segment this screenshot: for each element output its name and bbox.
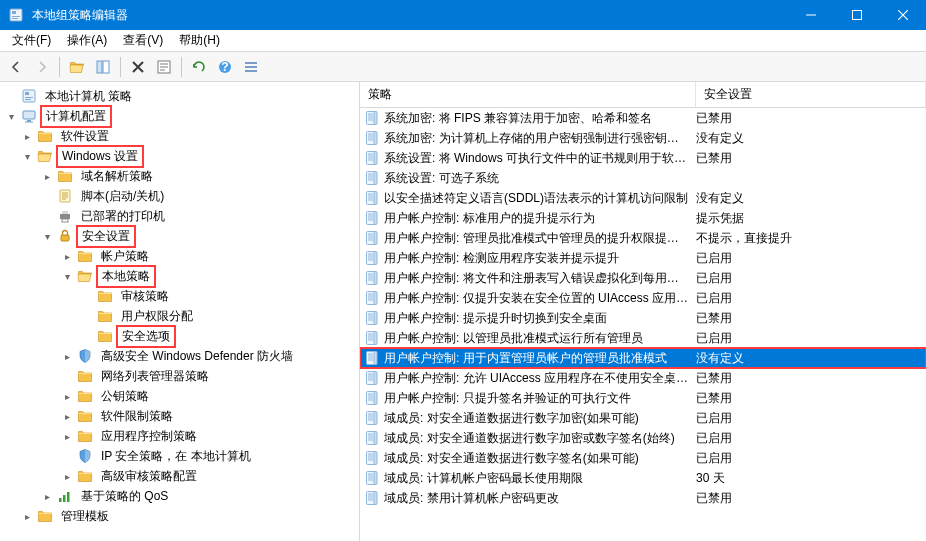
policy-row[interactable]: 用户帐户控制: 将文件和注册表写入错误虚拟化到每用户位置已启用 bbox=[360, 268, 926, 288]
tree-app-control[interactable]: 应用程序控制策略 bbox=[0, 426, 359, 446]
tree-audit-policy[interactable]: 审核策略 bbox=[0, 286, 359, 306]
policy-row[interactable]: 域成员: 对安全通道数据进行数字加密或数字签名(始终)已启用 bbox=[360, 428, 926, 448]
tree-public-key[interactable]: 公钥策略 bbox=[0, 386, 359, 406]
policy-row[interactable]: 系统加密: 为计算机上存储的用户密钥强制进行强密钥保护没有定义 bbox=[360, 128, 926, 148]
policy-row[interactable]: 系统加密: 将 FIPS 兼容算法用于加密、哈希和签名已禁用 bbox=[360, 108, 926, 128]
tree-windows-settings[interactable]: Windows 设置 bbox=[0, 146, 359, 166]
close-button[interactable] bbox=[880, 0, 926, 30]
tree-software-settings[interactable]: 软件设置 bbox=[0, 126, 359, 146]
expand-icon[interactable] bbox=[20, 509, 34, 523]
tree-security-options[interactable]: 安全选项 bbox=[0, 326, 359, 346]
expand-icon[interactable] bbox=[20, 129, 34, 143]
expand-icon[interactable] bbox=[60, 429, 74, 443]
policy-row[interactable]: 以安全描述符定义语言(SDDL)语法表示的计算机访问限制没有定义 bbox=[360, 188, 926, 208]
tree-printers[interactable]: 已部署的打印机 bbox=[0, 206, 359, 226]
expand-icon[interactable] bbox=[20, 149, 34, 163]
policy-row[interactable]: 用户帐户控制: 提示提升时切换到安全桌面已禁用 bbox=[360, 308, 926, 328]
expand-icon[interactable] bbox=[60, 269, 74, 283]
app-icon bbox=[8, 7, 24, 23]
policy-icon bbox=[364, 410, 380, 426]
tree-label: 安全设置 bbox=[76, 225, 136, 248]
svg-rect-24 bbox=[245, 66, 257, 68]
expand-icon[interactable] bbox=[60, 249, 74, 263]
policy-row[interactable]: 用户帐户控制: 允许 UIAccess 应用程序在不使用安全桌面...已禁用 bbox=[360, 368, 926, 388]
policy-row[interactable]: 用户帐户控制: 标准用户的提升提示行为提示凭据 bbox=[360, 208, 926, 228]
forward-button[interactable] bbox=[30, 55, 54, 79]
policy-setting: 已禁用 bbox=[696, 490, 926, 507]
column-policy[interactable]: 策略 bbox=[360, 82, 696, 107]
expand-icon[interactable] bbox=[4, 109, 18, 123]
expand-icon[interactable] bbox=[60, 349, 74, 363]
menu-file[interactable]: 文件(F) bbox=[4, 30, 59, 51]
tree-label: IP 安全策略，在 本地计算机 bbox=[96, 446, 256, 467]
folder-icon bbox=[37, 128, 53, 144]
scroll-icon bbox=[57, 188, 73, 204]
minimize-button[interactable] bbox=[788, 0, 834, 30]
policy-row[interactable]: 系统设置: 可选子系统 bbox=[360, 168, 926, 188]
policy-row[interactable]: 系统设置: 将 Windows 可执行文件中的证书规则用于软件...已禁用 bbox=[360, 148, 926, 168]
show-hide-tree-button[interactable] bbox=[91, 55, 115, 79]
refresh-button[interactable] bbox=[187, 55, 211, 79]
policy-row[interactable]: 用户帐户控制: 以管理员批准模式运行所有管理员已启用 bbox=[360, 328, 926, 348]
policy-icon bbox=[364, 190, 380, 206]
menubar: 文件(F) 操作(A) 查看(V) 帮助(H) bbox=[0, 30, 926, 52]
tree-defender-firewall[interactable]: 高级安全 Windows Defender 防火墙 bbox=[0, 346, 359, 366]
menu-view[interactable]: 查看(V) bbox=[115, 30, 171, 51]
policy-row[interactable]: 用户帐户控制: 仅提升安装在安全位置的 UIAccess 应用程序已启用 bbox=[360, 288, 926, 308]
policy-icon bbox=[364, 230, 380, 246]
titlebar: 本地组策略编辑器 bbox=[0, 0, 926, 30]
tree-security-settings[interactable]: 安全设置 bbox=[0, 226, 359, 246]
view-mode-button[interactable] bbox=[239, 55, 263, 79]
tree-scripts[interactable]: 脚本(启动/关机) bbox=[0, 186, 359, 206]
help-button[interactable]: ? bbox=[213, 55, 237, 79]
tree-local-policy[interactable]: 本地策略 bbox=[0, 266, 359, 286]
tree-admin-templates[interactable]: 管理模板 bbox=[0, 506, 359, 526]
svg-rect-17 bbox=[853, 11, 862, 20]
column-setting[interactable]: 安全设置 bbox=[696, 82, 926, 107]
menu-help[interactable]: 帮助(H) bbox=[171, 30, 228, 51]
policy-row[interactable]: 用户帐户控制: 管理员批准模式中管理员的提升权限提示的...不提示，直接提升 bbox=[360, 228, 926, 248]
tree-account-policy[interactable]: 帐户策略 bbox=[0, 246, 359, 266]
menu-action[interactable]: 操作(A) bbox=[59, 30, 115, 51]
policy-name: 系统加密: 为计算机上存储的用户密钥强制进行强密钥保护 bbox=[384, 130, 696, 147]
folder-icon bbox=[77, 368, 93, 384]
tree-computer-config[interactable]: 计算机配置 bbox=[0, 106, 359, 126]
expand-icon[interactable] bbox=[40, 229, 54, 243]
policy-row[interactable]: 域成员: 对安全通道数据进行数字加密(如果可能)已启用 bbox=[360, 408, 926, 428]
expand-icon[interactable] bbox=[60, 469, 74, 483]
policy-name: 用户帐户控制: 管理员批准模式中管理员的提升权限提示的... bbox=[384, 230, 696, 247]
policy-row[interactable]: 用户帐户控制: 只提升签名并验证的可执行文件已禁用 bbox=[360, 388, 926, 408]
policy-setting: 已禁用 bbox=[696, 390, 926, 407]
properties-button[interactable] bbox=[152, 55, 176, 79]
tree-pane[interactable]: 本地计算机 策略 计算机配置 软件设置 Windows 设置 bbox=[0, 82, 360, 541]
up-button[interactable] bbox=[65, 55, 89, 79]
tree-qos[interactable]: 基于策略的 QoS bbox=[0, 486, 359, 506]
list-pane[interactable]: 策略 安全设置 系统加密: 将 FIPS 兼容算法用于加密、哈希和签名已禁用系统… bbox=[360, 82, 926, 541]
policy-icon bbox=[364, 290, 380, 306]
tree-ipsec[interactable]: IP 安全策略，在 本地计算机 bbox=[0, 446, 359, 466]
svg-text:?: ? bbox=[221, 60, 228, 74]
tree-root[interactable]: 本地计算机 策略 bbox=[0, 86, 359, 106]
tree-dns-policy[interactable]: 域名解析策略 bbox=[0, 166, 359, 186]
policy-setting: 已启用 bbox=[696, 250, 926, 267]
maximize-button[interactable] bbox=[834, 0, 880, 30]
tree-user-rights[interactable]: 用户权限分配 bbox=[0, 306, 359, 326]
expand-icon[interactable] bbox=[60, 389, 74, 403]
tree-netlist[interactable]: 网络列表管理器策略 bbox=[0, 366, 359, 386]
policy-row[interactable]: 用户帐户控制: 用于内置管理员帐户的管理员批准模式没有定义 bbox=[360, 348, 926, 368]
policy-icon bbox=[364, 490, 380, 506]
tree-advanced-audit[interactable]: 高级审核策略配置 bbox=[0, 466, 359, 486]
expand-icon[interactable] bbox=[40, 489, 54, 503]
policy-row[interactable]: 域成员: 计算机帐户密码最长使用期限30 天 bbox=[360, 468, 926, 488]
policy-name: 用户帐户控制: 检测应用程序安装并提示提升 bbox=[384, 250, 696, 267]
back-button[interactable] bbox=[4, 55, 28, 79]
expand-icon[interactable] bbox=[60, 409, 74, 423]
delete-button[interactable] bbox=[126, 55, 150, 79]
expand-icon[interactable] bbox=[40, 169, 54, 183]
policy-row[interactable]: 域成员: 禁用计算机帐户密码更改已禁用 bbox=[360, 488, 926, 508]
tree-software-restrict[interactable]: 软件限制策略 bbox=[0, 406, 359, 426]
tree-label: 公钥策略 bbox=[96, 386, 154, 407]
policy-icon bbox=[364, 130, 380, 146]
policy-row[interactable]: 用户帐户控制: 检测应用程序安装并提示提升已启用 bbox=[360, 248, 926, 268]
policy-row[interactable]: 域成员: 对安全通道数据进行数字签名(如果可能)已启用 bbox=[360, 448, 926, 468]
